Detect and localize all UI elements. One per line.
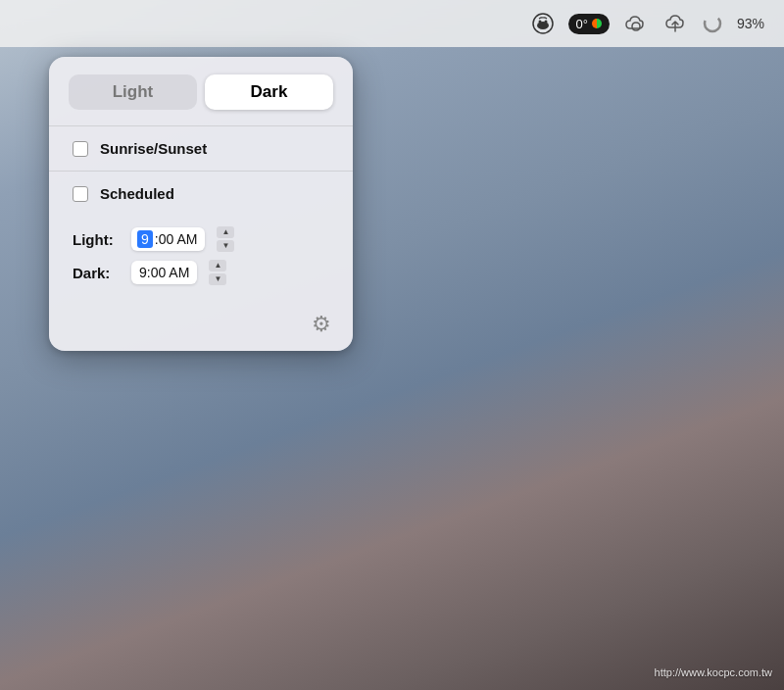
- dark-time-input[interactable]: 9:00 AM: [131, 261, 197, 284]
- dark-time-down[interactable]: ▼: [209, 273, 226, 285]
- svg-point-4: [705, 16, 720, 31]
- dark-time-up[interactable]: ▲: [209, 260, 226, 271]
- temperature-pill[interactable]: 0°: [568, 14, 610, 34]
- time-section: Light: 9 :00 AM ▲ ▼ Dark: 9:00 AM ▲ ▼: [49, 216, 353, 304]
- svg-point-1: [537, 22, 549, 29]
- spinner-icon[interactable]: [702, 13, 723, 34]
- dark-time-label: Dark:: [73, 265, 123, 281]
- upload-cloud-icon[interactable]: [662, 13, 688, 34]
- creative-cloud-icon[interactable]: [623, 15, 649, 32]
- menubar: 0° 93%: [0, 0, 784, 47]
- svg-point-3: [544, 21, 547, 24]
- svg-point-2: [538, 21, 541, 24]
- light-time-rest: :00 AM: [153, 230, 200, 248]
- dark-time-value: 9:00 AM: [137, 264, 191, 281]
- light-time-label: Light:: [73, 231, 123, 248]
- light-time-up[interactable]: ▲: [217, 226, 234, 238]
- light-time-stepper[interactable]: ▲ ▼: [217, 225, 234, 253]
- light-time-input[interactable]: 9 :00 AM: [131, 227, 205, 251]
- scheduled-label: Scheduled: [100, 185, 174, 202]
- sunrise-sunset-row: Sunrise/Sunset: [49, 126, 353, 171]
- light-time-down[interactable]: ▼: [217, 240, 234, 252]
- scheduled-checkbox[interactable]: [73, 186, 88, 202]
- sunrise-sunset-checkbox[interactable]: [73, 141, 88, 157]
- popup-panel: Light Dark Sunrise/Sunset Scheduled Ligh…: [49, 57, 353, 351]
- temp-value: 0°: [576, 17, 588, 31]
- bottom-row: ⚙: [49, 304, 353, 351]
- scheduled-row: Scheduled: [49, 172, 353, 216]
- light-time-row: Light: 9 :00 AM ▲ ▼: [73, 225, 329, 253]
- watermark: http://www.kocpc.com.tw: [655, 666, 772, 678]
- sunrise-sunset-label: Sunrise/Sunset: [100, 140, 207, 157]
- light-button[interactable]: Light: [69, 74, 197, 110]
- dark-time-stepper[interactable]: ▲ ▼: [209, 259, 226, 286]
- dark-time-row: Dark: 9:00 AM ▲ ▼: [73, 259, 329, 286]
- theme-toggle-row: Light Dark: [49, 57, 353, 125]
- gear-button[interactable]: ⚙: [310, 310, 333, 339]
- masked-face-icon[interactable]: [531, 12, 555, 35]
- light-hour-selected: 9: [137, 230, 153, 248]
- battery-percentage: 93%: [737, 16, 764, 31]
- temp-dot-icon: [592, 19, 602, 28]
- dark-button[interactable]: Dark: [205, 74, 333, 110]
- watermark-text: http://www.kocpc.com.tw: [655, 666, 772, 678]
